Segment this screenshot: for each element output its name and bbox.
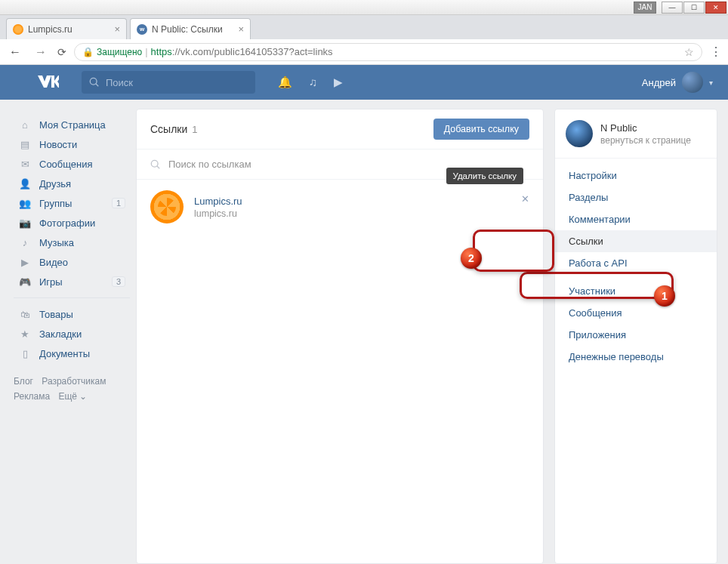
menu-item-apps[interactable]: Приложения (555, 324, 717, 346)
jan-button[interactable]: JAN (634, 2, 656, 14)
camera-icon: 📷 (18, 216, 32, 230)
sidebar-item-messages[interactable]: ✉Сообщения (14, 154, 130, 174)
address-bar[interactable]: 🔒 Защищено | https ://vk.com/public16410… (74, 43, 702, 61)
delete-link-button[interactable]: ✕ (521, 193, 529, 205)
svg-line-1 (96, 84, 99, 87)
username-label[interactable]: Андрей (642, 77, 676, 88)
music-note-icon: ♪ (18, 236, 32, 249)
games-icon: 🎮 (18, 275, 32, 288)
user-avatar[interactable] (682, 72, 703, 93)
menu-item-members[interactable]: Участники (555, 280, 717, 302)
sidebar-item-label: Закладки (39, 328, 82, 340)
lumpics-favicon (13, 24, 23, 35)
vk-search-input[interactable]: Поиск (82, 71, 255, 94)
tab-title: Lumpics.ru (28, 24, 72, 35)
sidebar-item-label: Новости (39, 139, 77, 150)
nav-forward-button: → (32, 45, 50, 59)
browser-tab-lumpics[interactable]: Lumpics.ru × (6, 18, 127, 39)
sidebar-item-market[interactable]: 🛍Товары (14, 304, 130, 324)
play-icon[interactable]: ▶ (334, 76, 343, 89)
sidebar-badge: 1 (112, 198, 125, 208)
menu-item-links[interactable]: Ссылки (555, 230, 717, 252)
star-icon: ★ (18, 327, 32, 341)
tab-close-icon[interactable]: × (106, 23, 120, 35)
browser-tab-vk[interactable]: w N Public: Ссылки × (130, 18, 251, 39)
menu-item-api[interactable]: Работа с API (555, 252, 717, 274)
window-close-button[interactable]: ✕ (705, 2, 726, 14)
chevron-down-icon[interactable]: ▾ (709, 79, 713, 87)
nav-back-button[interactable]: ← (6, 45, 24, 59)
window-maximize-button[interactable]: ☐ (683, 2, 705, 14)
search-icon (150, 159, 161, 170)
notifications-icon[interactable]: 🔔 (278, 76, 292, 89)
search-placeholder: Поиск (106, 77, 133, 88)
sidebar-item-documents[interactable]: ▯Документы (14, 344, 130, 363)
sidebar-item-bookmarks[interactable]: ★Закладки (14, 324, 130, 344)
tab-close-icon[interactable]: × (230, 23, 244, 35)
url-scheme: https (151, 46, 172, 57)
home-icon: ⌂ (18, 118, 32, 131)
lock-icon: 🔒 (82, 47, 94, 57)
sidebar-item-video[interactable]: ▶Видео (14, 252, 130, 272)
sidebar-item-games[interactable]: 🎮Игры3 (14, 272, 130, 291)
browser-tab-strip: Lumpics.ru × w N Public: Ссылки × (0, 15, 728, 39)
link-title[interactable]: Lumpics.ru (194, 196, 242, 207)
footer-blog[interactable]: Блог (14, 376, 33, 387)
sidebar-item-label: Друзья (39, 178, 71, 190)
sidebar-item-label: Группы (39, 198, 72, 209)
nav-reload-button[interactable]: ⟳ (57, 46, 66, 58)
search-icon (89, 77, 100, 88)
groups-icon: 👥 (18, 196, 32, 210)
messages-icon: ✉ (18, 157, 32, 171)
sidebar-item-news[interactable]: ▤Новости (14, 134, 130, 154)
secure-badge: 🔒 Защищено (82, 47, 142, 57)
secure-label: Защищено (97, 47, 142, 57)
sidebar-item-friends[interactable]: 👤Друзья (14, 174, 130, 193)
footer-ads[interactable]: Реклама (14, 391, 50, 402)
sidebar-footer: Блог Разработчикам Реклама Ещё ⌄ (14, 374, 130, 405)
group-back-link[interactable]: вернуться к странице (600, 135, 691, 146)
links-title: Ссылки (150, 123, 187, 135)
music-icon[interactable]: ♫ (309, 76, 317, 89)
search-placeholder: Поиск по ссылкам (168, 159, 251, 170)
doc-icon: ▯ (18, 347, 32, 360)
menu-item-settings[interactable]: Настройки (555, 165, 717, 186)
news-icon: ▤ (18, 137, 32, 151)
delete-link-tooltip: Удалить ссылку (446, 168, 524, 184)
group-manage-panel: N Public вернуться к странице Настройки … (554, 109, 717, 564)
group-avatar (566, 120, 593, 147)
sidebar-item-music[interactable]: ♪Музыка (14, 233, 130, 252)
footer-devs[interactable]: Разработчикам (42, 376, 106, 387)
market-icon: 🛍 (18, 307, 32, 321)
sidebar-item-label: Фотографии (39, 217, 95, 229)
vk-favicon: w (137, 24, 147, 35)
annotation-bubble-1: 1 (654, 285, 675, 307)
menu-item-sections[interactable]: Разделы (555, 186, 717, 208)
browser-toolbar: ← → ⟳ 🔒 Защищено | https ://vk.com/publi… (0, 39, 728, 65)
sidebar-item-my-page[interactable]: ⌂Моя Страница (14, 115, 130, 134)
sidebar-item-label: Видео (39, 257, 68, 268)
window-minimize-button[interactable]: — (662, 2, 683, 14)
sidebar-item-groups[interactable]: 👥Группы1 (14, 193, 130, 213)
link-row[interactable]: Lumpics.ru lumpics.ru Удалить ссылку ✕ (137, 180, 543, 234)
add-link-button[interactable]: Добавить ссылку (433, 119, 529, 140)
vk-top-header: Поиск 🔔 ♫ ▶ Андрей ▾ (0, 65, 728, 100)
video-icon: ▶ (18, 255, 32, 269)
menu-item-money[interactable]: Денежные переводы (555, 346, 717, 368)
manage-menu: Настройки Разделы Комментарии Ссылки Раб… (555, 159, 717, 374)
links-panel: Ссылки 1 Добавить ссылку Поиск по ссылка… (136, 109, 544, 564)
page-content: ⌂Моя Страница ▤Новости ✉Сообщения 👤Друзь… (0, 100, 728, 564)
link-url-label: lumpics.ru (194, 208, 242, 219)
link-avatar (150, 190, 184, 223)
sidebar-item-photos[interactable]: 📷Фотографии (14, 213, 130, 233)
svg-line-3 (157, 165, 160, 168)
bookmark-star-icon[interactable]: ☆ (684, 46, 694, 58)
group-name[interactable]: N Public (600, 122, 691, 134)
menu-item-comments[interactable]: Комментарии (555, 208, 717, 230)
browser-menu-button[interactable]: ⋮ (710, 45, 722, 59)
window-title-bar: JAN — ☐ ✕ (0, 0, 728, 15)
sidebar-item-label: Документы (39, 348, 90, 359)
vk-logo[interactable] (38, 74, 59, 91)
footer-more[interactable]: Ещё ⌄ (58, 391, 87, 402)
menu-item-messages[interactable]: Сообщения (555, 302, 717, 324)
